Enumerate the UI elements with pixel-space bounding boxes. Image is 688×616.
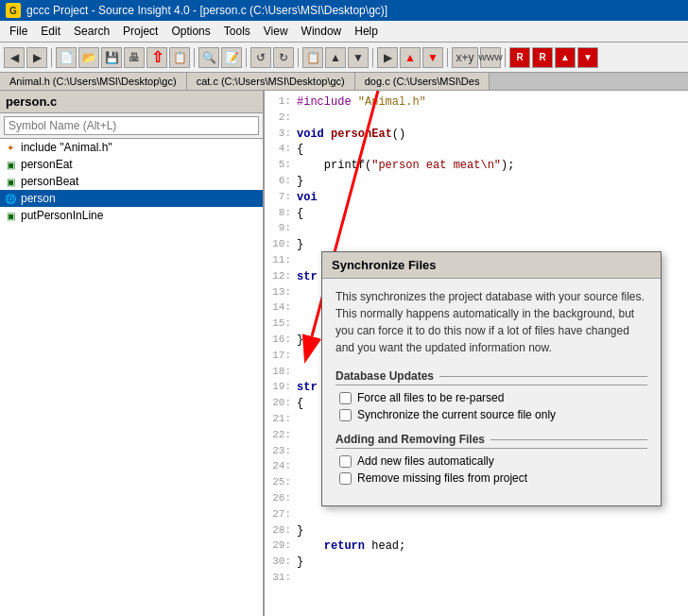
sym-label-personeat: personEat: [21, 158, 73, 171]
sync-dialog-title: Synchronize Files: [322, 252, 661, 279]
tb-undo[interactable]: ↺: [250, 47, 271, 68]
code-line-2: 2:: [268, 111, 684, 127]
tb-run2[interactable]: ▲: [400, 47, 421, 68]
tb-open[interactable]: 📂: [78, 47, 99, 68]
include-icon: ✦: [4, 141, 17, 154]
tb-new[interactable]: 📄: [56, 47, 77, 68]
globe-icon: 🌐: [4, 192, 17, 205]
menu-window[interactable]: Window: [296, 23, 348, 40]
sym-item-person[interactable]: 🌐 person: [0, 190, 263, 207]
sym-item-include[interactable]: ✦ include "Animal.h": [0, 139, 263, 156]
code-line-1: 1: #include "Animal.h": [268, 94, 684, 111]
sym-item-personeat[interactable]: ▣ personEat: [0, 156, 263, 173]
tb-print[interactable]: 🖶: [124, 47, 145, 68]
code-line-27: 27:: [268, 507, 684, 523]
code-line-3: 3: void personEat(): [268, 127, 684, 143]
tb-save[interactable]: 💾: [101, 47, 122, 68]
tb-run3[interactable]: ▼: [422, 47, 443, 68]
sym-label-putpersoninline: putPersonInLine: [21, 209, 103, 222]
sync-section-database-header: Database Updates: [335, 369, 647, 385]
sym-item-putpersoninline[interactable]: ▣ putPersonInLine: [0, 207, 263, 224]
sync-checkbox-reparse-input[interactable]: [339, 392, 352, 404]
tb-clip3[interactable]: ▼: [348, 47, 369, 68]
sync-checkbox-current-label: Synchronize the current source file only: [357, 408, 556, 421]
sym-label-personbeat: personBeat: [21, 175, 78, 188]
code-line-28: 28:}: [268, 523, 684, 539]
code-line-5: 5: printf("person eat meat\n");: [268, 158, 684, 174]
sync-checkbox-current-input[interactable]: [339, 409, 352, 421]
tb-r2[interactable]: R: [532, 47, 553, 68]
app-icon: G: [6, 3, 21, 18]
tb-sep-2: [194, 48, 195, 67]
func-icon-3: ▣: [4, 209, 17, 222]
tb-replace[interactable]: 📝: [221, 47, 242, 68]
sync-checkbox-add-label: Add new files automatically: [357, 454, 494, 468]
tb-r1[interactable]: R: [509, 47, 530, 68]
code-line-9: 9:: [268, 221, 684, 237]
sync-checkbox-remove-input[interactable]: [339, 472, 352, 485]
tb-sep-6: [447, 48, 448, 67]
sync-dialog-body: This synchronizes the project database w…: [322, 279, 661, 505]
file-tab-dog[interactable]: dog.c (C:\Users\MSI\Des: [355, 73, 490, 90]
tb-forward[interactable]: ▶: [26, 47, 47, 68]
tb-copy[interactable]: 📋: [169, 47, 190, 68]
toolbar: ◀ ▶ 📄 📂 💾 🖶 ⇧ 📋 🔍 📝 ↺ ↻ 📋 ▲ ▼ ▶ ▲ ▼ x+y …: [0, 43, 688, 73]
tb-search[interactable]: 🔍: [198, 47, 219, 68]
menu-project[interactable]: Project: [117, 23, 163, 40]
code-line-30: 30:}: [268, 555, 684, 571]
tb-r3[interactable]: ▲: [555, 47, 576, 68]
sync-checkbox-reparse[interactable]: Force all files to be re-parsed: [335, 391, 647, 404]
tb-redo[interactable]: ↻: [273, 47, 294, 68]
code-line-29: 29: return head;: [268, 539, 684, 555]
file-tab-animal[interactable]: Animal.h (C:\Users\MSI\Desktop\gc): [0, 73, 187, 90]
menu-bar: File Edit Search Project Options Tools V…: [0, 21, 688, 43]
code-line-31: 31:: [268, 571, 684, 587]
tb-www[interactable]: WWW: [480, 47, 501, 68]
tb-clip1[interactable]: 📋: [302, 47, 323, 68]
symbol-search-area: [0, 113, 263, 139]
sync-checkbox-add[interactable]: Add new files automatically: [335, 454, 647, 468]
code-line-4: 4: {: [268, 142, 684, 158]
sym-label-include: include "Animal.h": [21, 141, 112, 154]
tb-back[interactable]: ◀: [4, 47, 25, 68]
code-line-8: 8: {: [268, 206, 684, 222]
sync-dialog-desc: This synchronizes the project database w…: [335, 288, 647, 356]
title-text: gccc Project - Source Insight 4.0 - [per…: [26, 4, 387, 17]
sidebar-title: person.c: [0, 91, 263, 113]
menu-view[interactable]: View: [258, 23, 294, 40]
sync-checkbox-add-input[interactable]: [339, 455, 352, 468]
sync-checkbox-remove-label: Remove missing files from project: [357, 471, 527, 485]
code-line-7: 7: voi: [268, 190, 684, 206]
sym-label-person: person: [21, 192, 56, 205]
menu-file[interactable]: File: [4, 23, 33, 40]
title-bar: G gccc Project - Source Insight 4.0 - [p…: [0, 0, 688, 21]
tb-x[interactable]: x+y: [452, 47, 478, 68]
menu-options[interactable]: Options: [165, 23, 215, 40]
menu-search[interactable]: Search: [68, 23, 115, 40]
sync-section-database: Database Updates Force all files to be r…: [335, 369, 647, 421]
sync-dialog: Synchronize Files This synchronizes the …: [321, 251, 662, 506]
sync-checkbox-current[interactable]: Synchronize the current source file only: [335, 408, 647, 421]
func-icon-1: ▣: [4, 158, 17, 171]
sidebar: person.c ✦ include "Animal.h" ▣ personEa…: [0, 91, 265, 616]
tb-sep-1: [51, 48, 52, 67]
sync-section-files: Adding and Removing Files Add new files …: [335, 433, 647, 485]
func-icon-2: ▣: [4, 175, 17, 188]
tb-clip2[interactable]: ▲: [325, 47, 346, 68]
sym-item-personbeat[interactable]: ▣ personBeat: [0, 173, 263, 190]
file-tabs: Animal.h (C:\Users\MSI\Desktop\gc) cat.c…: [0, 73, 688, 91]
tb-up-arrow[interactable]: ⇧: [146, 47, 167, 68]
tb-sep-3: [246, 48, 247, 67]
code-area[interactable]: 1: #include "Animal.h" 2: 3: void person…: [265, 91, 688, 616]
symbol-search-input[interactable]: [4, 116, 259, 135]
tb-sep-5: [372, 48, 373, 67]
tb-r4[interactable]: ▼: [577, 47, 598, 68]
menu-help[interactable]: Help: [349, 23, 384, 40]
main-layout: person.c ✦ include "Animal.h" ▣ personEa…: [0, 91, 688, 616]
tb-run[interactable]: ▶: [377, 47, 398, 68]
menu-tools[interactable]: Tools: [218, 23, 256, 40]
tb-sep-7: [505, 48, 506, 67]
sync-checkbox-remove[interactable]: Remove missing files from project: [335, 471, 647, 485]
file-tab-cat[interactable]: cat.c (C:\Users\MSI\Desktop\gc): [187, 73, 355, 90]
menu-edit[interactable]: Edit: [35, 23, 66, 40]
